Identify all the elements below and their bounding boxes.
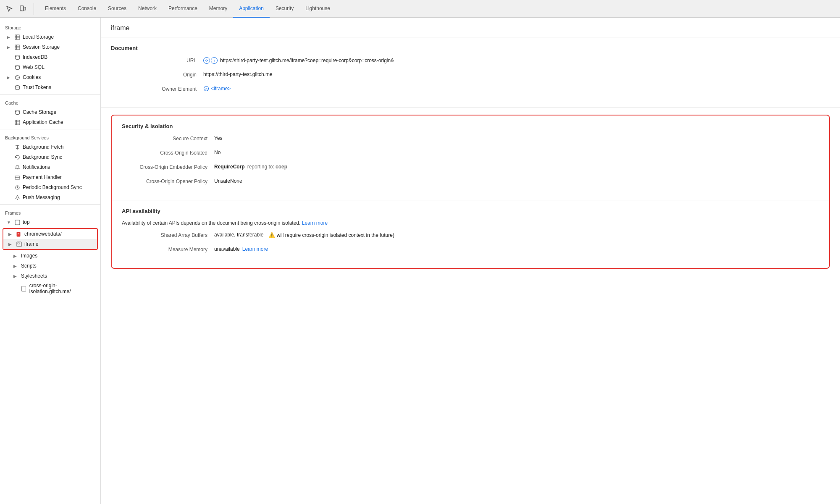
- sidebar-item-session-storage[interactable]: ▶ Session Storage: [0, 42, 100, 52]
- frame-selected-group: ▶ chromewebdata/ ▶ iframe: [3, 228, 98, 250]
- tab-application[interactable]: Application: [233, 0, 270, 18]
- sidebar-item-indexeddb[interactable]: ▶ IndexedDB: [0, 52, 100, 62]
- api-description-text: Availability of certain APIs depends on …: [122, 220, 300, 226]
- learn-more-link-1[interactable]: Learn more: [302, 220, 328, 226]
- payment-handler-label: Payment Handler: [23, 174, 62, 180]
- trust-tokens-label: Trust Tokens: [23, 84, 51, 90]
- inspect-icon[interactable]: [3, 3, 15, 15]
- owner-element-link[interactable]: </> <iframe>: [203, 86, 231, 92]
- session-storage-label: Session Storage: [23, 44, 60, 50]
- shared-array-value: available, transferable ⚠️ will require …: [214, 232, 819, 238]
- expand-arrow-icon: ▶: [7, 75, 12, 80]
- websql-label: Web SQL: [23, 64, 45, 70]
- sidebar-item-notifications[interactable]: ▶ Notifications: [0, 162, 100, 172]
- notifications-label: Notifications: [23, 164, 50, 170]
- api-section: API availability Availability of certain…: [112, 200, 829, 268]
- indexeddb-icon: [14, 54, 20, 60]
- url-row: URL ⟳ ↑ https://third-party-test.glitch.…: [111, 57, 830, 66]
- api-description: Availability of certain APIs depends on …: [122, 220, 819, 226]
- url-value: ⟳ ↑ https://third-party-test.glitch.me/i…: [203, 57, 830, 64]
- tab-performance[interactable]: Performance: [163, 0, 203, 18]
- cache-section-label: Cache: [0, 96, 100, 107]
- bg-services-section-label: Background Services: [0, 131, 100, 142]
- indexeddb-label: IndexedDB: [23, 54, 47, 60]
- document-section-title: Document: [111, 45, 830, 51]
- coop-label: Cross-Origin Opener Policy: [122, 178, 214, 184]
- tab-sources[interactable]: Sources: [102, 0, 132, 18]
- svg-rect-19: [15, 120, 20, 125]
- secure-context-row: Secure Context Yes: [122, 135, 819, 144]
- sidebar-item-periodic-bg-sync[interactable]: ▶ Periodic Background Sync: [0, 182, 100, 192]
- local-storage-icon: [14, 34, 20, 40]
- content-title: iframe: [101, 18, 840, 37]
- expand-arrow-icon: ▶: [7, 45, 12, 50]
- sidebar-item-local-storage[interactable]: ▶ Local Storage: [0, 32, 100, 42]
- frames-section-label: Frames: [0, 206, 100, 217]
- top-label: top: [23, 219, 30, 225]
- coep-reporting-label: reporting to: coep: [247, 164, 287, 170]
- owner-element-anchor[interactable]: <iframe>: [211, 86, 231, 92]
- origin-label: Origin: [111, 71, 203, 78]
- sidebar-item-websql[interactable]: ▶ Web SQL: [0, 62, 100, 72]
- coep-value-text: RequireCorp: [214, 164, 245, 170]
- sidebar-item-cookies[interactable]: ▶ Cookies: [0, 72, 100, 82]
- svg-rect-3: [15, 35, 20, 39]
- secure-context-value: Yes: [214, 135, 819, 141]
- sidebar-item-stylesheets[interactable]: ▶ Stylesheets: [0, 271, 100, 281]
- trust-tokens-icon: [14, 84, 20, 90]
- payment-handler-icon: [14, 174, 20, 180]
- sidebar-item-cache-storage[interactable]: ▶ Cache Storage: [0, 107, 100, 117]
- owner-row: Owner Element </> <iframe>: [111, 86, 830, 95]
- api-section-title: API availability: [122, 208, 819, 214]
- sidebar-item-top[interactable]: ▼ top: [0, 217, 100, 227]
- scripts-label: Scripts: [21, 263, 37, 269]
- sidebar-item-bg-sync[interactable]: ▶ Background Sync: [0, 152, 100, 162]
- tab-memory[interactable]: Memory: [203, 0, 233, 18]
- stylesheets-label: Stylesheets: [21, 273, 47, 279]
- websql-icon: [14, 64, 20, 70]
- tab-security[interactable]: Security: [270, 0, 299, 18]
- sidebar-item-cross-origin[interactable]: ▶ cross-origin-isolation.glitch.me/: [0, 281, 100, 296]
- chromewebdata-label: chromewebdata/: [24, 231, 62, 237]
- sidebar-item-chromewebdata[interactable]: ▶ chromewebdata/: [3, 229, 97, 239]
- tab-console[interactable]: Console: [72, 0, 102, 18]
- application-cache-icon: [14, 119, 20, 125]
- bg-fetch-icon: [14, 144, 20, 150]
- sidebar-item-scripts[interactable]: ▶ Scripts: [0, 261, 100, 271]
- shared-array-text: available, transferable: [214, 232, 263, 238]
- svg-point-13: [15, 75, 19, 79]
- coep-label: Cross-Origin Embedder Policy: [122, 164, 214, 170]
- secure-context-text: Yes: [214, 135, 223, 141]
- url-label: URL: [111, 57, 203, 63]
- iframe-label: iframe: [24, 241, 38, 247]
- application-cache-label: Application Cache: [23, 119, 63, 125]
- shared-array-note: will require cross-origin isolated conte…: [277, 232, 394, 238]
- tab-lighthouse[interactable]: Lighthouse: [299, 0, 336, 18]
- sidebar-item-application-cache[interactable]: ▶ Application Cache: [0, 117, 100, 127]
- sidebar-item-iframe[interactable]: ▶ iframe: [3, 239, 97, 249]
- cross-origin-file-icon: [21, 286, 27, 291]
- security-section: Security & Isolation Secure Context Yes …: [112, 116, 829, 200]
- sidebar-divider-2: [0, 129, 100, 129]
- security-section-title: Security & Isolation: [122, 123, 819, 129]
- sidebar-item-images[interactable]: ▶ Images: [0, 251, 100, 261]
- url-circle-icon-2: ↑: [211, 57, 218, 64]
- sidebar: Storage ▶ Local Storage ▶ Session Storag…: [0, 18, 101, 504]
- cross-origin-isolated-label: Cross-Origin Isolated: [122, 150, 214, 156]
- shared-array-label: Shared Array Buffers: [122, 232, 214, 238]
- sidebar-item-push-messaging[interactable]: ▶ Push Messaging: [0, 192, 100, 202]
- tab-network[interactable]: Network: [132, 0, 163, 18]
- learn-more-link-2[interactable]: Learn more: [242, 246, 268, 252]
- main-layout: Storage ▶ Local Storage ▶ Session Storag…: [0, 18, 840, 504]
- tab-elements[interactable]: Elements: [39, 0, 72, 18]
- sidebar-item-bg-fetch[interactable]: ▶ Background Fetch: [0, 142, 100, 152]
- tab-list: Elements Console Sources Network Perform…: [39, 0, 336, 18]
- sidebar-item-trust-tokens[interactable]: ▶ Trust Tokens: [0, 82, 100, 92]
- origin-value: https://third-party-test.glitch.me: [203, 71, 830, 77]
- svg-point-12: [15, 65, 19, 67]
- session-storage-icon: [14, 44, 20, 50]
- sidebar-item-payment-handler[interactable]: ▶ Payment Handler: [0, 172, 100, 182]
- security-api-box: Security & Isolation Secure Context Yes …: [111, 115, 830, 269]
- device-icon[interactable]: [17, 3, 29, 15]
- periodic-bg-sync-label: Periodic Background Sync: [23, 184, 82, 190]
